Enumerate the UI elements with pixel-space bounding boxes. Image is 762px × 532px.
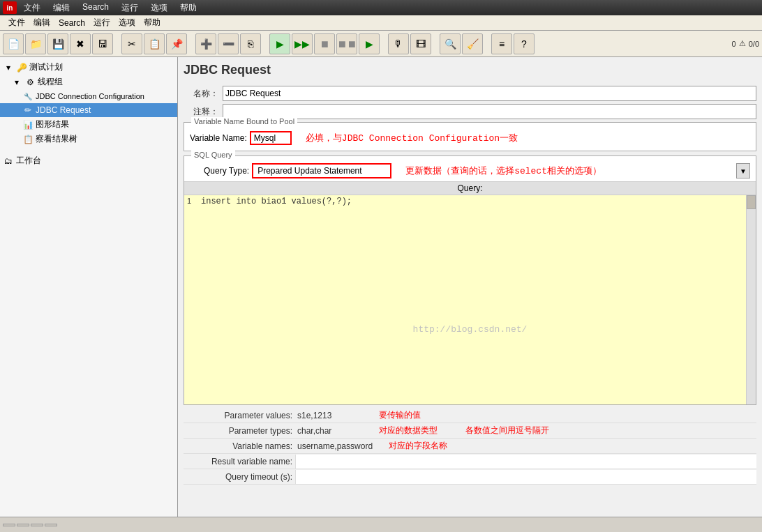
jdbc-connection-label: JDBC Connection Configuration [36, 92, 144, 100]
parameter-values-label: Parameter values: [184, 411, 295, 420]
thread-group-icon: ⚙ [24, 77, 36, 88]
toolbar-remote-btn[interactable]: ▶ [359, 33, 380, 54]
sidebar-item-thread-group[interactable]: ▾ ⚙ 线程组 [0, 75, 177, 89]
sidebar-item-workbench[interactable]: 🗂 工作台 [0, 153, 177, 168]
stop-all-icon: ⏹⏹ [337, 38, 357, 50]
jdbc-req-icon: ✏ [22, 105, 33, 116]
remove-icon: ➖ [223, 38, 234, 50]
cut-icon: ✂ [128, 38, 136, 50]
status-item-1 [3, 524, 15, 526]
var-name-label: Variable Name: [190, 133, 247, 143]
record-icon: 🎙 [394, 38, 403, 50]
graph-results-label: 图形结果 [36, 119, 69, 130]
status-count: 0/0 [749, 40, 759, 48]
toolbar-list-btn[interactable]: ≡ [491, 33, 512, 54]
toolbar-remove-btn[interactable]: ➖ [218, 33, 239, 54]
menu-file[interactable]: 文件 [4, 15, 29, 30]
jdbc-conn-icon: 🔧 [22, 91, 33, 102]
toolbar-copy-element-btn[interactable]: ⎘ [240, 33, 261, 54]
menu-help[interactable]: 帮助 [140, 15, 165, 30]
open-icon: 📁 [30, 38, 42, 50]
sidebar-item-jdbc-connection[interactable]: 🔧 JDBC Connection Configuration [0, 89, 177, 103]
toolbar-help-btn[interactable]: ? [514, 33, 535, 54]
toolbar-saveas-btn[interactable]: 🖫 [92, 33, 113, 54]
var-name-value: Mysql [250, 131, 292, 145]
parameter-values-row: Parameter values: s1e,1213 要传输的值 [184, 408, 756, 423]
menu-search[interactable]: Search [54, 17, 89, 29]
toolbar-add-btn[interactable]: ➕ [195, 33, 216, 54]
os-menu-file[interactable]: 文件 [21, 1, 43, 15]
comment-label: 注释： [184, 106, 218, 118]
query-timeout-label: Query timeout (s): [184, 472, 295, 482]
os-menu-run[interactable]: 运行 [119, 1, 141, 15]
toolbar-record-btn[interactable]: 🎙 [388, 33, 409, 54]
variable-names: username,password [295, 441, 375, 452]
menu-options[interactable]: 选项 [114, 15, 140, 30]
remote-icon: ▶ [366, 38, 373, 50]
menu-run[interactable]: 运行 [89, 15, 114, 30]
os-menu-edit[interactable]: 编辑 [50, 1, 73, 15]
sidebar-item-jdbc-request[interactable]: ✏ JDBC Request [0, 103, 177, 117]
query-timeout-row: Query timeout (s): [184, 469, 756, 485]
vertical-scrollbar[interactable] [746, 195, 756, 404]
parameter-types: char,char [295, 425, 365, 436]
toolbar-cut-btn[interactable]: ✂ [121, 33, 142, 54]
os-menu-help[interactable]: 帮助 [177, 1, 200, 15]
toolbar-copy-btn[interactable]: 📋 [144, 33, 165, 54]
query-type-dropdown[interactable]: ▼ [736, 163, 750, 178]
sidebar-item-graph-results[interactable]: 📊 图形结果 [0, 117, 177, 132]
parameter-types-label: Parameter types: [184, 426, 295, 436]
run-all-icon: ▶▶ [294, 38, 310, 50]
sidebar-tree: ▾ 🔑 测试计划 ▾ ⚙ 线程组 🔧 JDBC Connection Confi… [0, 57, 178, 517]
query-timeout-input[interactable] [295, 470, 756, 484]
name-label: 名称： [184, 88, 218, 100]
results-tree-label: 察看结果树 [36, 133, 77, 145]
clear-icon: 🧹 [467, 38, 479, 50]
toolbar-paste-btn[interactable]: 📌 [166, 33, 187, 54]
toolbar-stop-all-btn[interactable]: ⏹⏹ [336, 33, 357, 54]
toolbar-next-btn[interactable]: 🎞 [410, 33, 431, 54]
separator3 [264, 34, 267, 54]
app-menubar: 文件 编辑 Search 运行 选项 帮助 [0, 15, 762, 31]
copy-icon: 📋 [149, 38, 160, 50]
toolbar-search-btn[interactable]: 🔍 [440, 33, 461, 54]
toolbar-save-btn[interactable]: 💾 [47, 33, 68, 54]
name-input[interactable] [223, 86, 756, 101]
copy-element-icon: ⎘ [248, 38, 253, 50]
variable-names-label: Variable names: [184, 441, 295, 451]
query-label: Query: [457, 183, 482, 193]
query-editor[interactable]: 1 insert into biao1 values(?,?); http://… [184, 195, 756, 404]
toolbar-run-btn[interactable]: ▶ [269, 33, 290, 54]
var-section-title: Variable Name Bound to Pool [191, 117, 297, 126]
menu-edit[interactable]: 编辑 [29, 15, 54, 30]
scrollbar-thumb[interactable] [747, 195, 756, 209]
result-variable-label: Result variable name: [184, 457, 295, 466]
toolbar-run-all-btn[interactable]: ▶▶ [292, 33, 313, 54]
list-icon: ≡ [499, 38, 505, 50]
close2-icon: ✖ [76, 38, 84, 50]
toolbar-stop-btn[interactable]: ⏹ [314, 33, 335, 54]
test-plan-label: 测试计划 [29, 61, 63, 73]
line-number-1: 1 [187, 197, 201, 205]
jdbc-request-label: JDBC Request [36, 105, 91, 115]
sidebar-item-test-plan[interactable]: ▾ 🔑 测试计划 [0, 60, 177, 75]
toolbar-close-btn[interactable]: ✖ [70, 33, 91, 54]
sidebar-item-results-tree[interactable]: 📋 察看结果树 [0, 132, 177, 146]
content-area: JDBC Request 名称： 注释： Variable Name Bound… [178, 57, 762, 517]
os-menu-search[interactable]: Search [80, 1, 112, 15]
toolbar-new-btn[interactable]: 📄 [3, 33, 24, 54]
thread-group-label: 线程组 [38, 76, 63, 88]
os-menu-options[interactable]: 选项 [148, 1, 170, 15]
result-variable-row: Result variable name: [184, 454, 756, 469]
name-row: 名称： [184, 86, 756, 101]
variable-names-row: Variable names: username,password 对应的字段名… [184, 439, 756, 454]
status-item-2 [17, 524, 29, 526]
comment-input[interactable] [223, 104, 756, 119]
toolbar-clear-btn[interactable]: 🧹 [462, 33, 483, 54]
os-menu-items[interactable]: 文件 编辑 Search 运行 选项 帮助 [21, 1, 200, 15]
toolbar-status: 0 ⚠ 0/0 [732, 39, 759, 48]
expand-icon: ▾ [3, 62, 14, 73]
toolbar-open-btn[interactable]: 📁 [25, 33, 46, 54]
workbench-label: 工作台 [16, 155, 41, 167]
result-variable-input[interactable] [295, 455, 756, 469]
